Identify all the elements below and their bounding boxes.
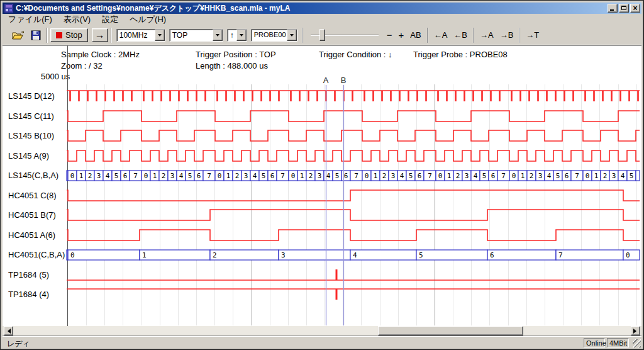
channel-label-4: LS145(C,B,A) [8, 171, 58, 180]
statusbar: レディ Online 4MBit [3, 336, 641, 348]
set-marker-b-button[interactable]: →B [497, 28, 517, 42]
toolbar-separator [473, 28, 474, 43]
stop-button[interactable]: Stop [50, 28, 88, 42]
chevron-down-icon[interactable] [287, 30, 297, 41]
trigger-probe-select[interactable]: PROBE00 [251, 29, 297, 42]
save-floppy-icon [31, 30, 41, 40]
zoom-ab-button[interactable]: AB [407, 28, 424, 42]
run-arrow-icon: → [95, 30, 105, 41]
stop-icon [56, 32, 62, 38]
stop-label: Stop [65, 30, 82, 40]
close-icon: × [631, 4, 640, 13]
scroll-left-button[interactable] [4, 326, 13, 336]
status-online-badge: Online [584, 338, 605, 347]
sample-rate-select[interactable]: 100MHz [116, 29, 165, 42]
trigger-position-value: TOP [170, 30, 213, 41]
chevron-down-icon[interactable] [155, 30, 165, 41]
menu-item-0[interactable]: ファイル(F) [3, 13, 58, 26]
close-button[interactable]: × [630, 4, 640, 13]
toolbar-separator [427, 28, 428, 43]
goto-marker-a-button[interactable]: ←A [431, 28, 451, 42]
channel-label-panel: LS145 D(12)LS145 C(11)LS145 B(10)LS145 A… [3, 46, 641, 326]
channel-label-8: HC4051(C,B,A) [8, 250, 65, 259]
scrollbar-thumb[interactable] [378, 326, 523, 336]
chevron-down-icon[interactable] [213, 30, 223, 41]
single-run-button[interactable]: → [92, 28, 108, 42]
trigger-probe-value: PROBE00 [252, 30, 287, 41]
zoom-out-button[interactable]: − [384, 28, 396, 42]
resize-grip[interactable] [633, 339, 641, 347]
trigger-edge-value: ↑ [228, 30, 236, 41]
toolbar-separator [47, 28, 48, 43]
waveform-client-area: Sample Clock : 2MHz Trigger Position : T… [3, 45, 641, 326]
channel-label-3: LS145 A(9) [8, 151, 49, 161]
channel-label-6: HC4051 B(7) [8, 210, 56, 220]
chevron-down-icon[interactable] [236, 30, 247, 41]
channel-label-0: LS145 D(12) [8, 91, 55, 101]
set-marker-a-button[interactable]: →A [477, 28, 497, 42]
minimize-button[interactable] [608, 4, 618, 13]
trigger-edge-select[interactable]: ↑ [227, 29, 247, 42]
titlebar: C:¥Documents and Settings¥noname¥デスクトップ¥… [3, 3, 641, 14]
zoom-slider[interactable] [309, 28, 380, 42]
maximize-icon [621, 6, 626, 10]
maximize-button[interactable] [619, 4, 629, 13]
menu-item-2[interactable]: 設定 [96, 13, 124, 26]
zoom-in-button[interactable]: + [396, 28, 408, 42]
minimize-icon [610, 9, 614, 11]
goto-trigger-button[interactable]: →T [523, 28, 542, 42]
trigger-position-select[interactable]: TOP [169, 29, 223, 42]
menu-item-3[interactable]: ヘルプ(H) [124, 13, 172, 26]
menu-item-1[interactable]: 表示(V) [58, 13, 96, 26]
goto-marker-b-button[interactable]: ←B [450, 28, 470, 42]
channel-label-2: LS145 B(10) [8, 131, 54, 140]
app-window: C:¥Documents and Settings¥noname¥デスクトップ¥… [0, 0, 644, 350]
window-title: C:¥Documents and Settings¥noname¥デスクトップ¥… [16, 3, 606, 14]
arrow-right-icon [633, 329, 639, 334]
app-icon [4, 4, 13, 13]
toolbar-separator [302, 28, 303, 43]
save-file-button[interactable] [28, 28, 44, 42]
arrow-left-icon [5, 329, 11, 334]
horizontal-scrollbar[interactable] [3, 326, 641, 336]
toolbar-separator [111, 28, 112, 43]
menubar: ファイル(F)表示(V)設定ヘルプ(H) [3, 14, 641, 25]
channel-label-5: HC4051 C(8) [8, 191, 57, 200]
open-folder-icon [12, 30, 25, 40]
toolbar: Stop → 100MHz TOP ↑ PROBE00 − + AB [3, 25, 641, 45]
scroll-right-button[interactable] [631, 326, 640, 336]
channel-label-10: TP1684 (4) [8, 290, 49, 299]
sample-rate-value: 100MHz [117, 30, 155, 41]
toolbar-separator [519, 28, 520, 43]
zoom-slider-thumb[interactable] [319, 29, 325, 41]
channel-label-1: LS145 C(11) [8, 111, 54, 121]
channel-label-7: HC4051 A(6) [8, 230, 55, 240]
status-ready-text: レディ [7, 339, 30, 349]
channel-label-9: TP1684 (5) [8, 270, 49, 279]
open-file-button[interactable] [9, 28, 28, 42]
status-memory-badge: 4MBit [607, 338, 629, 347]
